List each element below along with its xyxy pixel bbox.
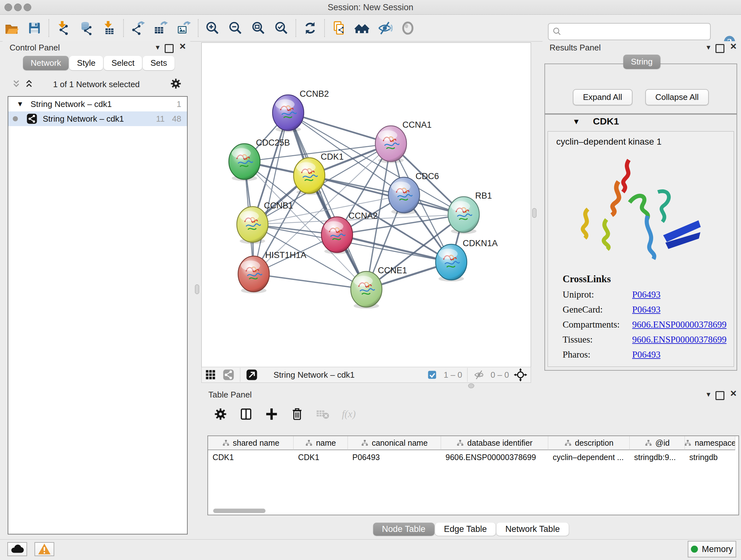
- zoom-in-icon[interactable]: [203, 19, 222, 37]
- control-panel-title: Control Panel: [10, 43, 60, 53]
- hidden-eye-icon: [472, 368, 486, 382]
- search-box[interactable]: [548, 23, 711, 40]
- export-image-icon[interactable]: [175, 19, 193, 37]
- open-session-icon[interactable]: [2, 19, 21, 37]
- gene-description: cyclin–dependent kinase 1: [556, 137, 734, 147]
- tab-style[interactable]: Style: [69, 56, 103, 70]
- network-row[interactable]: String Network – cdk1 11 48: [8, 111, 187, 126]
- open-in-window-icon[interactable]: [245, 368, 259, 382]
- show-all-icon[interactable]: [399, 19, 417, 37]
- string-home-icon[interactable]: [353, 19, 371, 37]
- collapse-all-button[interactable]: Collapse All: [645, 89, 709, 105]
- tab-edge-table[interactable]: Edge Table: [435, 523, 496, 536]
- hide-selected-icon[interactable]: [376, 19, 394, 37]
- delete-table-icon[interactable]: [313, 405, 332, 423]
- refresh-icon[interactable]: [301, 19, 320, 37]
- node-CDC25B[interactable]: CDC25B: [229, 138, 290, 181]
- float-panel-icon[interactable]: [165, 44, 174, 53]
- edge-count: 48: [172, 114, 181, 124]
- tab-network-table[interactable]: Network Table: [496, 523, 569, 536]
- import-database-icon[interactable]: [77, 19, 95, 37]
- import-table-icon[interactable]: [100, 19, 118, 37]
- column-header-name[interactable]: name: [293, 436, 348, 450]
- crosslink-link[interactable]: P06493: [632, 304, 661, 314]
- table-settings-icon[interactable]: [211, 405, 230, 423]
- panel-splitter-handle[interactable]: [468, 383, 474, 388]
- crosslink-link[interactable]: 9606.ENSP00000378699: [632, 319, 727, 329]
- node-CCNB2[interactable]: CCNB2: [273, 89, 329, 132]
- fit-selected-crosshair-icon[interactable]: [514, 368, 528, 382]
- results-entry-header[interactable]: ▼ CDK1: [545, 115, 737, 130]
- warnings-button[interactable]: [35, 542, 54, 556]
- crosslink-label: Uniprot:: [562, 289, 632, 300]
- selected-checkbox-icon[interactable]: [425, 368, 439, 382]
- search-input[interactable]: [562, 25, 710, 38]
- expand-all-button[interactable]: Expand All: [573, 89, 632, 105]
- divider: [240, 368, 240, 382]
- edge-CCNB2-HIST1H1A[interactable]: [254, 113, 288, 274]
- close-panel-icon[interactable]: ×: [730, 41, 737, 51]
- zoom-fit-icon[interactable]: [249, 19, 268, 37]
- network-options-gear-icon[interactable]: [169, 77, 183, 91]
- node-CDC6[interactable]: CDC6: [388, 172, 439, 214]
- collapse-panel-icon[interactable]: ▾: [706, 389, 711, 399]
- zoom-out-icon[interactable]: [226, 19, 245, 37]
- collapse-panel-icon[interactable]: ▾: [156, 43, 159, 52]
- horizontal-scrollbar-thumb[interactable]: [213, 509, 266, 513]
- edge-CCNB2-CCNE1[interactable]: [288, 113, 366, 289]
- node-CDKN1A[interactable]: CDKN1A: [435, 239, 498, 282]
- column-header-shared-name[interactable]: shared name: [208, 436, 293, 450]
- network-canvas[interactable]: CCNB2CCNA1CDC25BCDK1CDC6RB1CCNB1CCNA2CDK…: [201, 43, 531, 367]
- close-panel-icon[interactable]: ×: [730, 388, 737, 398]
- column-header-canonical-name[interactable]: canonical name: [348, 436, 441, 450]
- edge-HIST1H1A-CCNE1[interactable]: [254, 274, 366, 289]
- tab-sets[interactable]: Sets: [143, 56, 175, 70]
- tab-network[interactable]: Network: [23, 56, 69, 70]
- apply-function-icon[interactable]: f(x): [339, 405, 357, 423]
- delete-column-icon[interactable]: [288, 405, 307, 423]
- zoom-selected-icon[interactable]: [272, 19, 291, 37]
- export-table-icon[interactable]: [151, 19, 170, 37]
- column-header-namespace[interactable]: namespace: [685, 436, 735, 450]
- crosslink-label: Compartments:: [562, 319, 632, 330]
- float-panel-icon[interactable]: [716, 44, 724, 53]
- tab-select[interactable]: Select: [104, 56, 142, 70]
- results-panel: Results Panel ▾ × String Expand All Coll…: [542, 41, 741, 388]
- node-CDK1[interactable]: CDK1: [293, 152, 344, 195]
- table-row[interactable]: CDK1CDK1P064939606.ENSP00000378699cyclin…: [208, 450, 738, 464]
- network-badge-icon[interactable]: [221, 368, 235, 382]
- tab-node-table[interactable]: Node Table: [373, 523, 434, 536]
- crosslink-link[interactable]: 9606.ENSP00000378699: [632, 334, 727, 345]
- show-columns-icon[interactable]: [237, 405, 255, 423]
- column-header-database-identifier[interactable]: database identifier: [441, 436, 548, 450]
- close-panel-icon[interactable]: ×: [179, 41, 186, 51]
- create-column-icon[interactable]: [262, 405, 281, 423]
- collapse-entry-icon[interactable]: ▼: [572, 117, 580, 126]
- node-CCNB1[interactable]: CCNB1: [237, 201, 293, 244]
- tab-string[interactable]: String: [623, 55, 660, 69]
- right-splitter-handle[interactable]: [532, 208, 536, 218]
- birds-eye-view-icon[interactable]: [204, 368, 218, 382]
- collapse-panel-icon[interactable]: ▾: [706, 43, 711, 52]
- crosslink-link[interactable]: P06493: [632, 349, 661, 360]
- cloud-status-button[interactable]: [7, 542, 27, 556]
- node-HIST1H1A[interactable]: HIST1H1A: [238, 250, 307, 294]
- crosslink-link[interactable]: P06493: [632, 289, 661, 300]
- float-panel-icon[interactable]: [716, 391, 724, 400]
- table-toolbar: f(x): [208, 405, 361, 423]
- memory-button[interactable]: Memory: [688, 541, 736, 557]
- network-collection-row[interactable]: ▼ String Network – cdk1 1: [8, 97, 187, 111]
- export-network-icon[interactable]: [129, 19, 147, 37]
- left-splitter-handle[interactable]: [195, 285, 199, 294]
- node-label-CDC6: CDC6: [415, 172, 439, 181]
- import-network-icon[interactable]: [54, 19, 72, 37]
- network-graph[interactable]: CCNB2CCNA1CDC25BCDK1CDC6RB1CCNB1CCNA2CDK…: [202, 43, 531, 367]
- table-header-row: shared namenamecanonical namedatabase id…: [208, 436, 738, 450]
- memory-label: Memory: [702, 544, 733, 554]
- column-header-description[interactable]: description: [548, 436, 630, 450]
- collapse-collection-icon[interactable]: ▼: [17, 100, 23, 108]
- duplicate-network-icon[interactable]: [330, 19, 348, 37]
- node-RB1[interactable]: RB1: [448, 191, 492, 234]
- column-header--id[interactable]: @id: [630, 436, 685, 450]
- save-session-icon[interactable]: [25, 19, 44, 37]
